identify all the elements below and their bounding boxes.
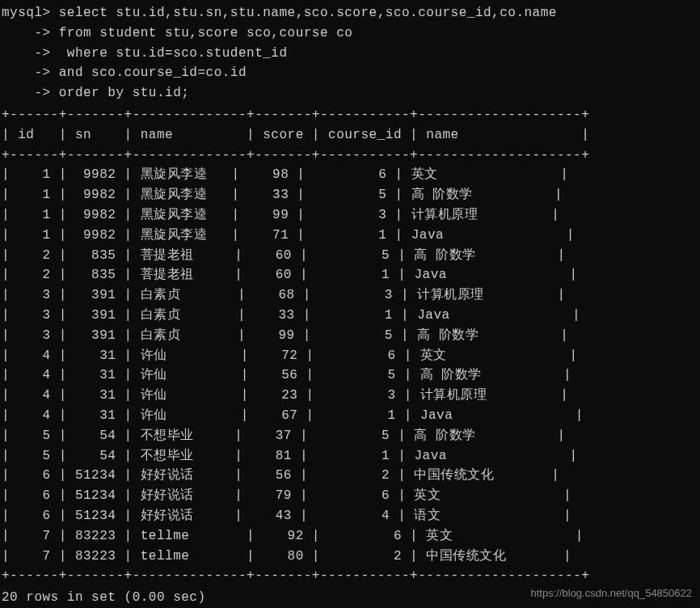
table-row: | 2 | 835 | 菩提老祖 | 60 | 1 | Java |: [2, 265, 698, 285]
query-line-2: -> from student stu,score sco,course co: [2, 23, 698, 44]
table-row: | 4 | 31 | 许仙 | 72 | 6 | 英文 |: [2, 346, 698, 366]
table-row: | 1 | 9982 | 黑旋风李逵 | 98 | 6 | 英文 |: [2, 165, 698, 185]
query-text-2: from student stu,score sco,course co: [51, 26, 353, 40]
table-row: | 1 | 9982 | 黑旋风李逵 | 71 | 1 | Java |: [2, 226, 698, 246]
query-line-1: mysql> select stu.id,stu.sn,stu.name,sco…: [2, 3, 698, 23]
table-row: | 6 | 51234 | 好好说话 | 43 | 4 | 语文 |: [2, 506, 698, 526]
table-row: | 4 | 31 | 许仙 | 67 | 1 | Java |: [2, 406, 698, 426]
table-row: | 7 | 83223 | tellme | 92 | 6 | 英文 |: [2, 526, 698, 547]
watermark: https://blog.csdn.net/qq_54850622: [531, 585, 693, 602]
table-row: | 4 | 31 | 许仙 | 23 | 3 | 计算机原理 |: [2, 386, 698, 406]
table-row: | 3 | 391 | 白素贞 | 33 | 1 | Java |: [2, 306, 698, 326]
continuation-prompt: ->: [2, 46, 51, 61]
table-header-row: | id | sn | name | score | course_id | n…: [2, 125, 698, 146]
table-border-mid: +------+-------+--------------+-------+-…: [2, 146, 698, 166]
table-row: | 3 | 391 | 白素贞 | 99 | 5 | 高 阶数学 |: [2, 326, 698, 346]
table-border-top: +------+-------+--------------+-------+-…: [2, 105, 698, 125]
query-line-4: -> and sco.course_id=co.id: [2, 63, 698, 83]
table-row: | 3 | 391 | 白素贞 | 68 | 3 | 计算机原理 |: [2, 285, 698, 306]
table-body: | 1 | 9982 | 黑旋风李逵 | 98 | 6 | 英文 || 1 | …: [2, 165, 698, 566]
table-row: | 4 | 31 | 许仙 | 56 | 5 | 高 阶数学 |: [2, 365, 698, 386]
continuation-prompt: ->: [2, 26, 51, 40]
query-text-4: and sco.course_id=co.id: [51, 65, 247, 80]
table-row: | 5 | 54 | 不想毕业 | 37 | 5 | 高 阶数学 |: [2, 426, 698, 446]
continuation-prompt: ->: [2, 65, 51, 80]
table-row: | 2 | 835 | 菩提老祖 | 60 | 5 | 高 阶数学 |: [2, 246, 698, 266]
query-text-5: order by stu.id;: [51, 86, 190, 100]
mysql-prompt: mysql>: [2, 6, 51, 20]
query-line-5: -> order by stu.id;: [2, 83, 698, 103]
table-row: | 6 | 51234 | 好好说话 | 79 | 6 | 英文 |: [2, 486, 698, 506]
table-row: | 1 | 9982 | 黑旋风李逵 | 33 | 5 | 高 阶数学 |: [2, 185, 698, 205]
table-row: | 1 | 9982 | 黑旋风李逵 | 99 | 3 | 计算机原理 |: [2, 205, 698, 226]
table-row: | 7 | 83223 | tellme | 80 | 2 | 中国传统文化 |: [2, 547, 698, 567]
table-border-bottom: +------+-------+--------------+-------+-…: [2, 566, 698, 586]
query-text-3: where stu.id=sco.student_id: [51, 46, 288, 61]
table-row: | 5 | 54 | 不想毕业 | 81 | 1 | Java |: [2, 446, 698, 467]
continuation-prompt: ->: [2, 86, 51, 100]
table-row: | 6 | 51234 | 好好说话 | 56 | 2 | 中国传统文化 |: [2, 466, 698, 486]
result-table: +------+-------+--------------+-------+-…: [2, 105, 698, 586]
query-text-1: select stu.id,stu.sn,stu.name,sco.score,…: [51, 6, 557, 20]
terminal-output: mysql> select stu.id,stu.sn,stu.name,sco…: [2, 3, 698, 608]
query-line-3: -> where stu.id=sco.student_id: [2, 44, 698, 64]
